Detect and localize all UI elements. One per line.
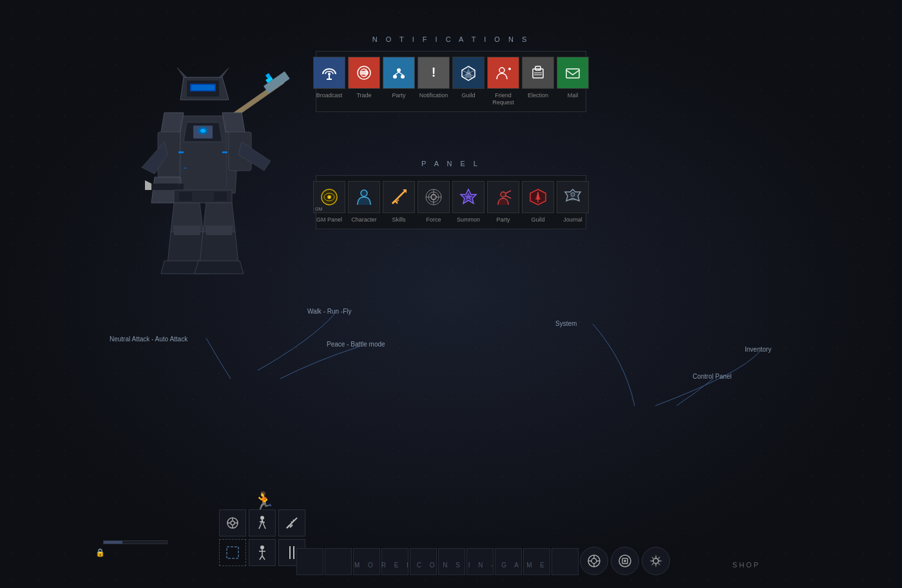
svg-point-70 <box>361 190 367 196</box>
notification-icon-trade[interactable] <box>348 57 380 89</box>
shop-label[interactable]: SHOP <box>733 561 760 569</box>
svg-rect-39 <box>222 151 227 153</box>
svg-point-120 <box>591 558 597 564</box>
svg-point-49 <box>393 75 397 79</box>
svg-point-41 <box>328 73 331 75</box>
hud-right-icons <box>580 547 670 575</box>
notification-election[interactable]: Election <box>522 57 554 106</box>
panel-party[interactable]: Party <box>487 181 519 223</box>
annotation-peace: Peace - Battle mode <box>327 341 385 348</box>
svg-rect-38 <box>178 151 184 153</box>
panel-gm[interactable]: GMGM Panel <box>313 181 345 223</box>
notification-broadcast[interactable]: Broadcast <box>313 57 345 106</box>
hud-settings-btn[interactable] <box>642 547 670 575</box>
lock-icon[interactable]: 🔒 <box>95 548 105 557</box>
hud-inventory-btn[interactable] <box>611 547 639 575</box>
exp-bar <box>103 540 168 544</box>
hud-target-icon[interactable] <box>219 509 246 536</box>
hud-select-icon[interactable] <box>219 539 246 566</box>
annotation-walk: Walk - Run -Fly <box>307 308 352 315</box>
panel-summon[interactable]: Summon <box>452 181 485 223</box>
hud-walk-icon[interactable] <box>249 509 276 536</box>
panel-label-skills: Skills <box>392 216 405 223</box>
notification-label-notification: Notification <box>419 92 448 99</box>
hud-target-btn[interactable] <box>580 547 608 575</box>
svg-line-51 <box>395 72 399 75</box>
panel-icon-summon[interactable] <box>452 181 485 213</box>
svg-line-116 <box>262 556 265 560</box>
hud-slot-10[interactable] <box>552 548 579 575</box>
notification-icon-guild[interactable] <box>452 57 485 89</box>
notification-icon-party[interactable] <box>383 57 415 89</box>
hud-top-row <box>219 509 305 536</box>
svg-marker-32 <box>173 225 201 235</box>
svg-point-112 <box>260 545 264 549</box>
panel-section: P A N E L GMGM Panel Character Skills Fo… <box>316 160 586 229</box>
svg-line-104 <box>264 524 265 529</box>
notifications-grid: Broadcast Trade Party ! Notification <box>316 51 586 112</box>
annotation-inventory: Inventory <box>745 346 771 353</box>
notification-icon-election[interactable] <box>522 57 554 89</box>
hud-bottom-row <box>219 539 305 566</box>
svg-line-52 <box>399 72 403 75</box>
svg-marker-20 <box>145 180 151 190</box>
notification-friend[interactable]: Friend Request <box>487 57 519 106</box>
svg-line-105 <box>260 522 265 522</box>
notification-notification[interactable]: ! Notification <box>417 57 450 106</box>
notification-trade[interactable]: Trade <box>348 57 380 106</box>
hud-person-icon[interactable] <box>249 539 276 566</box>
panel-icon-character[interactable] <box>348 181 380 213</box>
svg-point-78 <box>431 194 436 200</box>
annotation-system: System <box>555 320 577 327</box>
panel-icon-journal[interactable] <box>557 181 589 213</box>
notification-icon-broadcast[interactable] <box>313 57 345 89</box>
svg-marker-14 <box>177 68 187 77</box>
svg-point-9 <box>200 129 206 133</box>
panel-icon-skills[interactable] <box>383 181 415 213</box>
svg-marker-33 <box>205 225 233 235</box>
notification-label-broadcast: Broadcast <box>316 92 343 99</box>
hud-sword-icon[interactable] <box>278 509 305 536</box>
notification-mail[interactable]: Mail <box>557 57 589 106</box>
annotation-neutral: Neutral Attack - Auto Attack <box>110 336 187 343</box>
hud-slot-1[interactable] <box>296 548 323 575</box>
notification-label-party: Party <box>392 92 405 99</box>
svg-rect-62 <box>535 66 541 70</box>
svg-point-45 <box>360 69 368 77</box>
notification-party[interactable]: Party <box>383 57 415 106</box>
svg-rect-25 <box>214 192 227 201</box>
panel-character[interactable]: Character <box>348 181 380 223</box>
hud-slot-2[interactable] <box>325 548 352 575</box>
notification-label-guild: Guild <box>461 92 475 99</box>
panel-force[interactable]: Force <box>417 181 450 223</box>
svg-rect-111 <box>227 547 238 558</box>
notification-icon-notification[interactable]: ! <box>417 57 450 89</box>
panel-icon-gm[interactable]: GM <box>313 181 345 213</box>
notification-icon-mail[interactable] <box>557 57 589 89</box>
svg-line-87 <box>506 196 511 198</box>
panel-skills[interactable]: Skills <box>383 181 415 223</box>
panel-label-force: Force <box>426 216 441 223</box>
svg-text:!: ! <box>432 65 436 79</box>
svg-marker-15 <box>219 68 229 77</box>
annotation-control: Control Panel <box>693 373 732 380</box>
notification-icon-friend[interactable] <box>487 57 519 89</box>
notification-label-friend: Friend Request <box>487 92 519 106</box>
notification-label-election: Election <box>528 92 548 99</box>
exp-fill <box>104 541 122 544</box>
panel-icon-guild[interactable] <box>522 181 554 213</box>
panel-icon-force[interactable] <box>417 181 450 213</box>
svg-point-100 <box>260 516 264 520</box>
svg-marker-31 <box>195 261 244 274</box>
panel-icon-party[interactable] <box>487 181 519 213</box>
notification-guild[interactable]: Guild <box>452 57 485 106</box>
panel-label-summon: Summon <box>457 216 480 223</box>
panel-grid: GMGM Panel Character Skills Force Summon <box>316 175 586 229</box>
panel-journal[interactable]: Journal <box>557 181 589 223</box>
svg-marker-55 <box>465 68 472 78</box>
panel-guild[interactable]: Guild <box>522 181 554 223</box>
svg-point-48 <box>397 68 401 72</box>
svg-marker-30 <box>200 232 238 264</box>
svg-point-85 <box>501 192 506 197</box>
more-icons-label: M O R E I C O N S I N - G A M E <box>354 562 548 569</box>
